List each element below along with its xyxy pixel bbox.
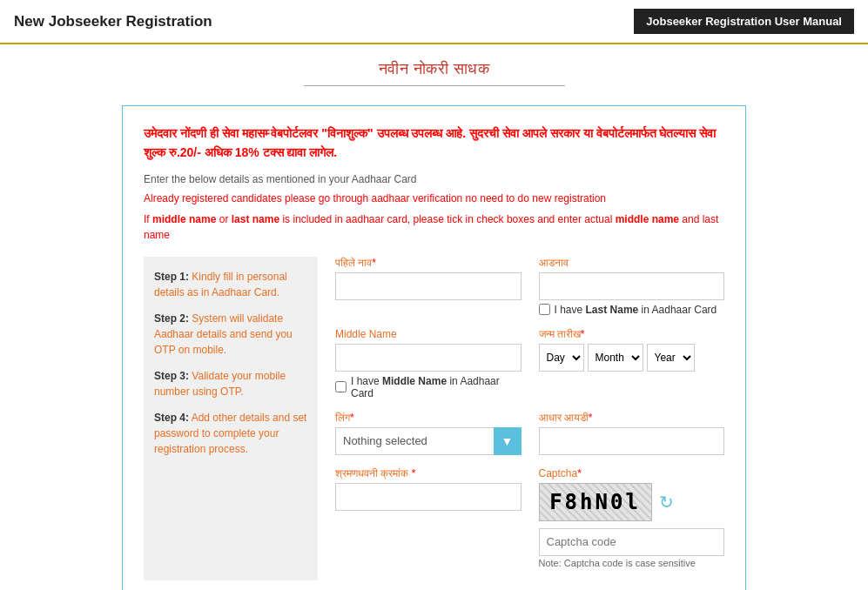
form-layout: Step 1: Kindly fill in personal details …	[144, 257, 724, 580]
captcha-input[interactable]	[539, 528, 725, 556]
sidebar-step1: Step 1: Kindly fill in personal details …	[154, 269, 307, 300]
dob-group: जन्म तारीख* Day Month Year	[539, 328, 725, 399]
user-manual-button[interactable]: Jobseeker Registration User Manual	[634, 9, 854, 34]
sidebar: Step 1: Kindly fill in personal details …	[144, 257, 318, 580]
sidebar-step3: Step 3: Validate your mobile number usin…	[154, 368, 307, 399]
first-name-label: पहिले नाव*	[335, 257, 521, 269]
dob-label: जन्म तारीख*	[539, 328, 725, 340]
middle-name-note: If middle name or last name is included …	[144, 211, 724, 243]
captcha-group: Captcha* F8hN0l ↻ Note: Captcha code is …	[539, 467, 725, 568]
captcha-refresh-button[interactable]: ↻	[659, 492, 674, 513]
gender-dropdown-wrapper: Nothing selected Male Female Other ▼	[335, 427, 521, 455]
already-registered-note: Already registered candidates please go …	[144, 192, 724, 204]
aadhaar-note: Enter the below details as mentioned in …	[144, 173, 724, 185]
first-name-group: पहिले नाव*	[335, 257, 521, 316]
gender-select[interactable]: Nothing selected Male Female Other	[335, 427, 521, 455]
last-name-input[interactable]	[539, 272, 725, 300]
mobile-input[interactable]	[335, 483, 521, 511]
main-container: उमेदवार नोंदणी ही सेवा महासम्‍ वेबपोर्टल…	[122, 105, 746, 590]
sidebar-step4: Step 4: Add other details and set passwo…	[154, 410, 307, 457]
captcha-image-row: F8hN0l ↻	[539, 483, 725, 521]
middle-name-checkbox-label: I have Middle Name in Aadhaar Card	[351, 375, 521, 399]
last-name-checkbox-label: I have Last Name in Aadhaar Card	[555, 304, 717, 316]
sidebar-step2: Step 2: System will validate Aadhaar det…	[154, 311, 307, 358]
last-name-label: आडनाव	[539, 257, 725, 269]
dob-month-select[interactable]: Month	[588, 344, 643, 372]
page-title-section: नवीन नोकरी साधक	[0, 44, 868, 91]
aadhaar-group: आधार आयडी*	[539, 412, 725, 455]
aadhaar-label: आधार आयडी*	[539, 412, 725, 424]
middle-name-label: Middle Name	[335, 328, 521, 340]
first-name-input[interactable]	[335, 272, 521, 300]
mobile-label: श्रमणधवनी क्रमांक *	[335, 467, 521, 479]
captcha-image: F8hN0l	[539, 483, 652, 521]
page-title: New Jobseeker Registration	[14, 13, 212, 30]
dob-day-select[interactable]: Day	[539, 344, 584, 372]
marathi-page-title: नवीन नोकरी साधक	[0, 60, 868, 78]
header: New Jobseeker Registration Jobseeker Reg…	[0, 0, 868, 44]
middle-name-input[interactable]	[335, 344, 521, 372]
dob-year-select[interactable]: Year	[647, 344, 695, 372]
form-area: पहिले नाव* आडनाव I have Last Name in Aad…	[335, 257, 724, 580]
middle-name-checkbox[interactable]	[335, 381, 347, 392]
gender-label: लिंग*	[335, 412, 521, 424]
mobile-group: श्रमणधवनी क्रमांक *	[335, 467, 521, 568]
row-name: पहिले नाव* आडनाव I have Last Name in Aad…	[335, 257, 724, 316]
last-name-checkbox[interactable]	[539, 304, 550, 315]
title-divider	[304, 85, 565, 86]
marathi-notice: उमेदवार नोंदणी ही सेवा महासम्‍ वेबपोर्टल…	[144, 124, 724, 163]
aadhaar-input[interactable]	[539, 427, 725, 455]
row-middle-dob: Middle Name I have Middle Name in Aadhaa…	[335, 328, 724, 399]
last-name-checkbox-row: I have Last Name in Aadhaar Card	[539, 304, 725, 316]
captcha-note: Note: Captcha code is case sensitive	[539, 558, 725, 568]
last-name-group: आडनाव I have Last Name in Aadhaar Card	[539, 257, 725, 316]
row-gender-aadhaar: लिंग* Nothing selected Male Female Other…	[335, 412, 724, 455]
gender-group: लिंग* Nothing selected Male Female Other…	[335, 412, 521, 455]
middle-name-group: Middle Name I have Middle Name in Aadhaa…	[335, 328, 521, 399]
dob-selects: Day Month Year	[539, 344, 725, 372]
middle-name-checkbox-row: I have Middle Name in Aadhaar Card	[335, 375, 521, 399]
captcha-label: Captcha*	[539, 467, 725, 479]
row-mobile-captcha: श्रमणधवनी क्रमांक * Captcha* F8hN0l ↻ No…	[335, 467, 724, 568]
